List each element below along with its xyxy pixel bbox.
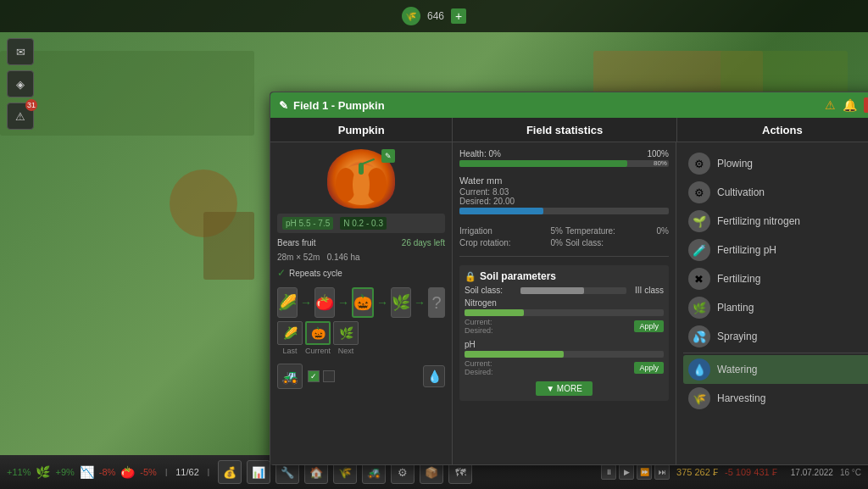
soil-class-label: Soil class: xyxy=(465,286,515,295)
resource-count: 646 xyxy=(427,10,444,22)
crop-unknown[interactable]: ? xyxy=(428,287,445,318)
nitrogen-label: Nitrogen xyxy=(465,298,497,308)
fertilizing-label: Fertilizing xyxy=(717,273,760,285)
arrow-3: → xyxy=(376,296,388,309)
water-progress-bar xyxy=(459,208,669,214)
action-cultivation[interactable]: ⚙ Cultivation xyxy=(683,178,868,207)
left-panel-title: Pumpkin xyxy=(338,124,385,136)
health-progress-label: 80% xyxy=(654,160,667,167)
dialog-title-text: Field 1 - Pumpkin xyxy=(293,99,385,112)
bell-button[interactable]: 🔔 xyxy=(843,98,857,112)
health-labels: Health: 0% 100% xyxy=(459,149,669,158)
bottom-btn-1[interactable]: 💰 xyxy=(218,460,242,484)
pause-button[interactable]: ⏸ xyxy=(601,464,616,480)
sidebar-layers-button[interactable]: ◈ xyxy=(7,70,34,97)
planting-label: Planting xyxy=(717,302,754,314)
nitrogen-bar xyxy=(465,309,664,316)
water-drop-icon[interactable]: 💧 xyxy=(423,365,445,387)
small-thumb-next: 🌿 xyxy=(333,321,359,345)
fast-forward-button[interactable]: ⏩ xyxy=(637,464,652,480)
bottom-btn-2[interactable]: 📊 xyxy=(247,460,270,484)
stat-plus11: +11% xyxy=(7,467,31,477)
crop-next-item[interactable]: 🌿 xyxy=(391,287,411,318)
water-current: Current: 8.03 xyxy=(459,187,669,197)
dialog-body: ✎ pH 5.5 - 7.5 N 0.2 - 0.3 Bears fruit 2… xyxy=(270,142,868,464)
crop-rotation-container: 🌽 → 🍅 → 🎃 → 🌿 → ? 🌽 Last xyxy=(277,284,445,355)
crop-rotation-label: Crop rotation: xyxy=(459,238,511,247)
ph-row: pH Current: Desired: Apply xyxy=(465,340,664,376)
play-button[interactable]: ▶ xyxy=(619,464,634,480)
crop-image-container: ✎ xyxy=(327,149,395,208)
water-progress-fill xyxy=(459,208,543,214)
action-fertilizing-nitrogen[interactable]: 🌱 Fertilizing nitrogen xyxy=(683,207,868,236)
last-label: Last xyxy=(282,347,297,355)
soil-class-fill xyxy=(520,287,584,294)
field-info: pH 5.5 - 7.5 N 0.2 - 0.3 xyxy=(277,214,445,233)
days-left: 26 days left xyxy=(402,238,445,247)
small-thumb-current: 🎃 xyxy=(305,321,331,345)
health-start-label: Health: 0% xyxy=(459,149,501,158)
action-fertilizing[interactable]: ✖ Fertilizing xyxy=(683,264,868,293)
ph-bar xyxy=(465,351,664,358)
left-panel: ✎ pH 5.5 - 7.5 N 0.2 - 0.3 Bears fruit 2… xyxy=(270,142,453,464)
cultivation-icon: ⚙ xyxy=(688,181,710,203)
crop-current[interactable]: 🎃 xyxy=(352,287,374,318)
crop-edit-button[interactable]: ✎ xyxy=(381,149,395,163)
stat-irrigation: Irrigation 5% xyxy=(459,226,563,236)
action-plowing[interactable]: ⚙ Plowing xyxy=(683,149,868,178)
section-divider xyxy=(459,256,669,257)
soil-parameters-title: 🔒 Soil parameters xyxy=(465,270,664,282)
fertilizing-n-icon: 🌱 xyxy=(688,210,710,232)
middle-panel-title: Field statistics xyxy=(526,124,603,136)
stat-temperature: Temperature: 0% xyxy=(565,226,669,236)
irrigation-label: Irrigation xyxy=(459,226,492,236)
debt-value: -5 109 431 ₣ xyxy=(725,467,777,477)
warning-button[interactable]: ⚠ xyxy=(825,98,836,112)
crop-last[interactable]: 🌽 xyxy=(277,287,298,318)
middle-panel: Health: 0% 100% 80% Water mm Current: 8.… xyxy=(453,142,676,464)
leaf-icon: 🌿 xyxy=(36,465,50,479)
checkbox-2[interactable] xyxy=(323,370,335,382)
temperature-value: 0% xyxy=(657,226,669,236)
stat-crop-rotation: Crop rotation: 0% xyxy=(459,238,563,247)
current-label: Current xyxy=(305,347,331,355)
checkbox-1[interactable]: ✓ xyxy=(308,370,320,382)
n-badge: N 0.2 - 0.3 xyxy=(340,217,387,230)
fertilizing-ph-label: Fertilizing pH xyxy=(717,244,776,256)
nitrogen-apply-button[interactable]: Apply xyxy=(634,320,664,332)
plowing-label: Plowing xyxy=(717,158,753,169)
nitrogen-controls: Current: Desired: Apply xyxy=(465,318,664,335)
soil-parameters-section: 🔒 Soil parameters Soil class: III class … xyxy=(459,265,669,401)
add-resource-button[interactable]: + xyxy=(451,8,466,24)
ph-controls: Current: Desired: Apply xyxy=(465,359,664,376)
sidebar-mail-button[interactable]: ✉ xyxy=(7,38,34,65)
irrigation-value: 5% xyxy=(551,226,563,236)
ph-label: pH xyxy=(465,340,476,349)
trend-down-icon: 📉 xyxy=(80,465,94,479)
stat-soil-class: Soil class: xyxy=(565,238,669,247)
harvesting-icon: 🌾 xyxy=(688,387,710,409)
planting-icon: 🌿 xyxy=(688,297,710,319)
tractor-thumb[interactable]: 🚜 xyxy=(277,364,303,389)
action-fertilizing-ph[interactable]: 🧪 Fertilizing pH xyxy=(683,236,868,264)
crop-prev[interactable]: 🍅 xyxy=(314,287,335,318)
more-button[interactable]: ▼ MORE xyxy=(536,381,593,396)
spraying-label: Spraying xyxy=(717,331,757,342)
soil-class-bar xyxy=(520,287,626,294)
action-planting[interactable]: 🌿 Planting xyxy=(683,293,868,322)
field-dialog: ✎ Field 1 - Pumpkin ⚠ 🔔 ✕ Pumpkin Field … xyxy=(270,92,868,465)
action-harvesting[interactable]: 🌾 Harvesting xyxy=(683,384,868,413)
ph-apply-button[interactable]: Apply xyxy=(634,362,664,374)
action-spraying[interactable]: 💦 Spraying xyxy=(683,322,868,351)
water-desired: Desired: 20.00 xyxy=(459,197,669,206)
close-button[interactable]: ✕ xyxy=(864,97,868,113)
water-title: Water mm xyxy=(459,175,669,186)
nitrogen-current-label: Current: xyxy=(465,318,493,326)
ph-fill xyxy=(465,351,564,358)
action-watering[interactable]: 💧 Watering xyxy=(683,355,868,384)
faster-button[interactable]: ⏭ xyxy=(654,464,670,480)
watering-label: Watering xyxy=(717,364,758,375)
soil-class-stat-label: Soil class: xyxy=(565,238,604,247)
ph-current-label: Current: xyxy=(465,359,493,368)
nitrogen-fill xyxy=(465,309,524,316)
